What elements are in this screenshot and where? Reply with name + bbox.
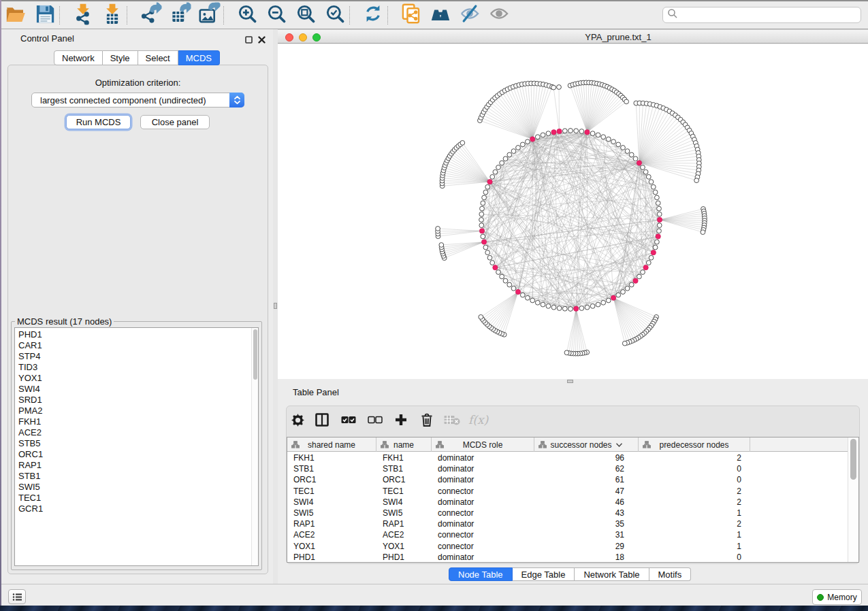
vertical-split-divider[interactable] — [273, 29, 278, 584]
run-mcds-button[interactable]: Run MCDS — [66, 115, 131, 129]
cell-predecessor-nodes: 0 — [639, 552, 750, 563]
tab-node-table[interactable]: Node Table — [449, 567, 513, 581]
mcds-result-item[interactable]: STP4 — [18, 351, 43, 362]
mcds-result-item[interactable]: STB1 — [18, 471, 43, 482]
mcds-result-item[interactable]: RAP1 — [18, 460, 43, 471]
divider-handle[interactable] — [274, 303, 277, 309]
mcds-result-list[interactable]: PHD1CAR1STP4TID3YOX1SWI4SRD1PMA2FKH1ACE2… — [14, 327, 259, 566]
cell-MCDS-role: dominator — [432, 518, 534, 529]
gear-icon — [291, 414, 304, 429]
tab-network-table[interactable]: Network Table — [575, 567, 649, 581]
control-panel-tabs: NetworkStyleSelectMCDS — [54, 50, 220, 65]
tab-network[interactable]: Network — [54, 50, 103, 65]
open-folder-button[interactable] — [5, 5, 26, 25]
table-scrollbar[interactable] — [848, 437, 858, 562]
tab-motifs[interactable]: Motifs — [649, 567, 692, 581]
add-button[interactable] — [391, 409, 411, 433]
mcds-list-scrollbar[interactable] — [251, 328, 258, 565]
show-panels-button[interactable] — [8, 589, 26, 604]
export-network-button[interactable] — [140, 5, 161, 25]
mcds-result-item[interactable]: SWI4 — [18, 384, 43, 395]
zoom-selected-icon — [325, 3, 345, 27]
cell-predecessor-nodes: 0 — [639, 474, 750, 485]
cell-successor-nodes: 29 — [534, 541, 639, 552]
zoom-selected-button[interactable] — [325, 5, 345, 25]
zoom-fit-button[interactable] — [295, 5, 316, 25]
deselect-all-button[interactable] — [365, 409, 385, 433]
table-row[interactable]: YOX1YOX1connector291 — [287, 541, 848, 552]
column-header-shared-name[interactable]: shared name — [287, 437, 376, 452]
select-all-button[interactable] — [338, 409, 359, 433]
table-row[interactable]: PHD1PHD1dominator180 — [287, 552, 848, 563]
column-label: successor nodes — [550, 440, 611, 450]
binoculars-button[interactable] — [430, 5, 451, 25]
mcds-result-item[interactable]: GCR1 — [18, 503, 43, 514]
cell-name: PHD1 — [376, 552, 432, 563]
column-header-name[interactable]: name — [376, 437, 432, 452]
gear-button[interactable] — [287, 409, 308, 433]
cell-successor-nodes: 47 — [534, 486, 639, 497]
cell-MCDS-role: dominator — [432, 452, 534, 463]
horizontal-divider-handle[interactable] — [567, 380, 573, 383]
close-traffic-light[interactable] — [285, 33, 293, 42]
mcds-result-item[interactable]: SWI5 — [18, 482, 43, 493]
table-row[interactable]: SWI5SWI5connector431 — [287, 508, 848, 518]
float-icon[interactable] — [245, 34, 253, 46]
export-image-button[interactable] — [199, 5, 219, 25]
export-table-icon — [170, 3, 190, 27]
mcds-result-item[interactable]: ACE2 — [18, 427, 43, 438]
memory-status-dot — [817, 594, 824, 601]
criterion-dropdown[interactable]: largest connected component (undirected) — [31, 93, 244, 108]
minimize-traffic-light[interactable] — [299, 33, 307, 42]
table-row[interactable]: ORC1ORC1dominator610 — [287, 474, 848, 485]
tab-mcds[interactable]: MCDS — [178, 50, 220, 65]
save-button[interactable] — [35, 5, 55, 25]
table-row[interactable]: ACE2ACE2connector311 — [287, 529, 848, 540]
table-row[interactable]: RAP1RAP1dominator352 — [287, 518, 848, 529]
import-network-button[interactable] — [73, 5, 93, 25]
table-row[interactable]: SWI4SWI4dominator462 — [287, 497, 848, 508]
tab-edge-table[interactable]: Edge Table — [513, 567, 575, 581]
cell-MCDS-role: dominator — [432, 497, 534, 508]
close-icon[interactable] — [258, 34, 266, 46]
close-panel-button[interactable]: Close panel — [140, 115, 210, 129]
trash-button[interactable] — [417, 409, 437, 433]
mcds-result-item[interactable]: PMA2 — [18, 406, 43, 416]
mcds-result-item[interactable]: FKH1 — [18, 416, 43, 427]
memory-button[interactable]: Memory — [812, 589, 862, 605]
table-body: FKH1FKH1dominator962STB1STB1dominator620… — [287, 452, 848, 563]
mcds-result-item[interactable]: SRD1 — [18, 395, 43, 406]
table-row[interactable]: STB1STB1dominator620 — [287, 463, 848, 474]
cell-successor-nodes: 31 — [534, 529, 639, 540]
hide-selected-eye-button[interactable] — [460, 5, 480, 25]
zoom-in-button[interactable] — [237, 5, 257, 25]
maximize-traffic-light[interactable] — [312, 33, 321, 42]
split-columns-button[interactable] — [312, 409, 332, 433]
tab-style[interactable]: Style — [103, 50, 138, 65]
mcds-result-item[interactable]: STB5 — [18, 438, 43, 449]
zoom-out-button[interactable] — [266, 5, 287, 25]
criterion-dropdown-value: largest connected component (undirected) — [40, 95, 206, 105]
mcds-result-item[interactable]: CAR1 — [18, 340, 43, 351]
mcds-result-item[interactable]: TID3 — [18, 362, 43, 373]
node-table[interactable]: shared namenameMCDS rolesuccessor nodesp… — [287, 437, 859, 563]
mcds-result-item[interactable]: YOX1 — [18, 373, 43, 384]
copy-view-button[interactable] — [401, 5, 421, 25]
network-canvas[interactable] — [278, 44, 868, 379]
table-row[interactable]: TEC1TEC1connector472 — [287, 486, 848, 497]
mcds-result-item[interactable]: ORC1 — [18, 449, 43, 460]
table-row[interactable]: FKH1FKH1dominator962 — [287, 452, 848, 463]
mcds-result-item[interactable]: PHD1 — [18, 329, 43, 340]
column-header-MCDS-role[interactable]: MCDS role — [432, 437, 534, 452]
column-header-successor-nodes[interactable]: successor nodes — [534, 437, 639, 452]
toolbar-separator — [127, 6, 127, 24]
table-header: shared namenameMCDS rolesuccessor nodesp… — [287, 437, 858, 452]
show-all-eye-button[interactable] — [489, 5, 509, 25]
search-input[interactable] — [662, 7, 861, 23]
export-table-button[interactable] — [170, 5, 190, 25]
tab-select[interactable]: Select — [138, 50, 178, 65]
refresh-button[interactable] — [363, 5, 383, 25]
import-table-button[interactable] — [102, 5, 123, 25]
mcds-result-item[interactable]: TEC1 — [18, 493, 43, 503]
column-header-predecessor-nodes[interactable]: predecessor nodes — [639, 437, 750, 452]
